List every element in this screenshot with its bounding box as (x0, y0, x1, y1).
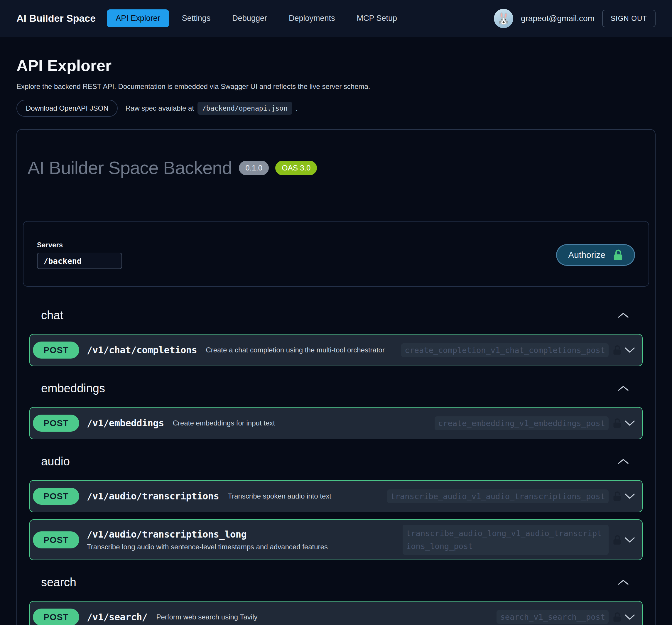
endpoint-path: /v1/audio/transcriptions (87, 490, 219, 502)
endpoint-info: /v1/chat/completions Create a chat compl… (87, 344, 385, 356)
operation-id: transcribe_audio_long_v1_audio_transcrip… (403, 525, 608, 555)
endpoint-info: /v1/audio/transcriptions_long Transcribe… (87, 529, 328, 551)
chevron-up-icon (618, 458, 629, 464)
download-openapi-button[interactable]: Download OpenAPI JSON (17, 100, 118, 117)
servers-block: Servers /backend (37, 241, 122, 269)
nav-tab-api-explorer[interactable]: API Explorer (107, 9, 169, 27)
nav-tab-deployments[interactable]: Deployments (280, 9, 344, 27)
unlock-icon (613, 249, 623, 261)
servers-label: Servers (37, 241, 122, 249)
chevron-down-icon[interactable] (624, 614, 635, 620)
raw-spec-note: Raw spec available at /backend/openapi.j… (125, 102, 297, 115)
lock-icon[interactable] (613, 535, 622, 545)
api-info: AI Builder Space Backend 0.1.0 OAS 3.0 (28, 157, 644, 178)
collapse-section-button[interactable] (618, 458, 629, 464)
endpoint-rows: POST /v1/chat/completions Create a chat … (29, 329, 643, 366)
swagger-panel: AI Builder Space Backend 0.1.0 OAS 3.0 S… (17, 129, 655, 625)
tag-section-embeddings: embeddings POST /v1/embeddings Create em… (29, 381, 643, 439)
lock-icon[interactable] (613, 418, 622, 428)
operation-id: transcribe_audio_v1_audio_transcriptions… (387, 489, 609, 503)
user-avatar[interactable]: 🐰 (494, 9, 513, 28)
collapse-section-button[interactable] (618, 312, 629, 318)
operation-id: search_v1_search__post (497, 610, 608, 624)
lock-icon[interactable] (613, 491, 622, 502)
endpoint-row-embeddings[interactable]: POST /v1/embeddings Create embeddings fo… (29, 407, 643, 439)
lock-icon[interactable] (613, 612, 622, 622)
tag-section-chat: chat POST /v1/chat/completions Create a … (29, 308, 643, 366)
endpoint-info: /v1/embeddings Create embeddings for inp… (87, 417, 275, 429)
tag-header-search[interactable]: search (29, 575, 643, 596)
raw-spec-text: Raw spec available at (125, 104, 194, 112)
api-explorer-page: AI Builder Space API Explorer Settings D… (0, 0, 672, 625)
tag-title: embeddings (41, 381, 105, 395)
endpoint-summary: Perform web search using Tavily (156, 613, 257, 621)
oas-badge: OAS 3.0 (275, 161, 317, 175)
endpoint-summary: Create embeddings for input text (173, 419, 275, 427)
endpoint-row-transcriptions-long[interactable]: POST /v1/audio/transcriptions_long Trans… (29, 519, 643, 560)
operation-id: create_embedding_v1_embeddings_post (435, 416, 608, 430)
chevron-up-icon (618, 579, 629, 585)
method-badge: POST (33, 341, 79, 359)
spec-actions-row: Download OpenAPI JSON Raw spec available… (17, 100, 655, 117)
lock-icon[interactable] (613, 345, 622, 355)
collapse-section-button[interactable] (618, 579, 629, 585)
method-badge: POST (33, 608, 79, 625)
openapi-json-path[interactable]: /backend/openapi.json (197, 102, 292, 115)
tag-header-chat[interactable]: chat (29, 308, 643, 329)
endpoint-rows: POST /v1/embeddings Create embeddings fo… (29, 402, 643, 439)
endpoint-info: /v1/audio/transcriptions Transcribe spok… (87, 490, 331, 502)
endpoint-path: /v1/chat/completions (87, 344, 197, 356)
tag-section-search: search POST /v1/search/ Perform web sear… (29, 575, 643, 625)
main-nav: API Explorer Settings Debugger Deploymen… (107, 9, 406, 27)
chevron-down-icon[interactable] (624, 493, 635, 499)
tag-title: audio (41, 455, 70, 468)
endpoint-path: /v1/search/ (87, 611, 147, 623)
tag-section-audio: audio POST /v1/audio/transcriptions Tran… (29, 455, 643, 560)
nav-tab-settings[interactable]: Settings (173, 9, 219, 27)
page-title: API Explorer (17, 56, 655, 74)
method-badge: POST (33, 488, 79, 505)
operation-id: create_completion_v1_chat_completions_po… (401, 343, 608, 357)
user-email: grapeot@gmail.com (521, 14, 595, 23)
tag-header-embeddings[interactable]: embeddings (29, 381, 643, 402)
chevron-down-icon[interactable] (624, 537, 635, 543)
endpoint-summary: Transcribe long audio with sentence-leve… (87, 543, 328, 551)
chevron-up-icon (618, 312, 629, 318)
nav-tab-mcp-setup[interactable]: MCP Setup (348, 9, 406, 27)
api-title: AI Builder Space Backend (28, 157, 232, 178)
endpoint-summary: Create a chat completion using the multi… (206, 346, 385, 354)
servers-select[interactable]: /backend (37, 253, 122, 269)
endpoint-rows: POST /v1/audio/transcriptions Transcribe… (29, 475, 643, 560)
tag-title: chat (41, 308, 64, 322)
collapse-section-button[interactable] (618, 385, 629, 391)
version-badge: 0.1.0 (239, 161, 269, 175)
chevron-up-icon (618, 385, 629, 391)
main-content: API Explorer Explore the backend REST AP… (0, 56, 672, 625)
chevron-down-icon[interactable] (624, 420, 635, 426)
user-area: 🐰 grapeot@gmail.com SIGN OUT (494, 9, 655, 28)
brand-title: AI Builder Space (17, 13, 96, 24)
endpoint-rows: POST /v1/search/ Perform web search usin… (29, 596, 643, 625)
tag-header-audio[interactable]: audio (29, 455, 643, 475)
endpoint-row-chat-completions[interactable]: POST /v1/chat/completions Create a chat … (29, 334, 643, 366)
chevron-down-icon[interactable] (624, 347, 635, 353)
endpoint-row-transcriptions[interactable]: POST /v1/audio/transcriptions Transcribe… (29, 480, 643, 512)
authorize-button[interactable]: Authorize (556, 244, 635, 266)
method-badge: POST (33, 531, 79, 548)
authorize-label: Authorize (568, 250, 605, 260)
endpoint-info: /v1/search/ Perform web search using Tav… (87, 611, 257, 623)
raw-spec-suffix: . (296, 104, 298, 112)
method-badge: POST (33, 415, 79, 432)
scheme-container: Servers /backend Authorize (23, 221, 649, 287)
endpoint-path: /v1/embeddings (87, 417, 164, 429)
page-subtitle: Explore the backend REST API. Documentat… (17, 82, 655, 91)
endpoint-path: /v1/audio/transcriptions_long (87, 529, 246, 540)
endpoint-summary: Transcribe spoken audio into text (228, 492, 331, 500)
top-navigation-bar: AI Builder Space API Explorer Settings D… (0, 0, 672, 37)
sign-out-button[interactable]: SIGN OUT (602, 10, 655, 27)
endpoint-row-search[interactable]: POST /v1/search/ Perform web search usin… (29, 601, 643, 625)
nav-tab-debugger[interactable]: Debugger (223, 9, 276, 27)
tag-title: search (41, 575, 76, 589)
